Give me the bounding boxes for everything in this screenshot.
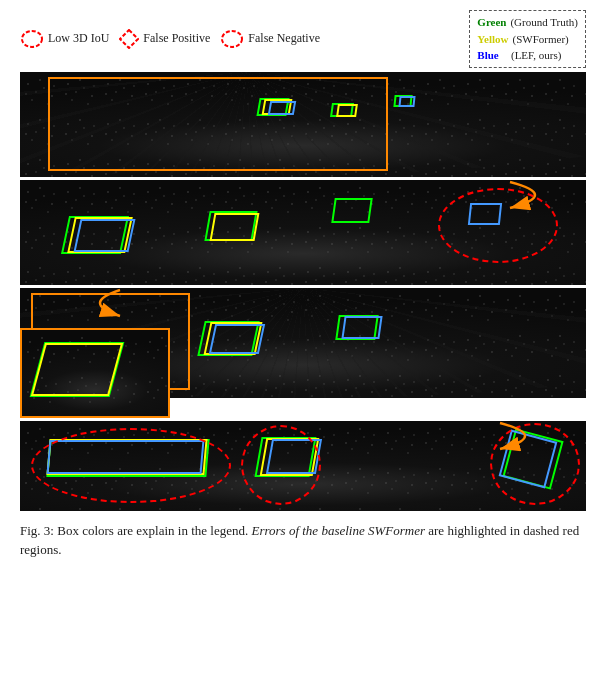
svg-point-0 xyxy=(22,31,42,47)
legend-false-positive-label: False Positive xyxy=(143,31,210,46)
top-panel-area xyxy=(20,72,586,177)
legend-green: Green (Ground Truth) xyxy=(477,14,578,31)
yellow-desc: (SWFormer) xyxy=(513,31,569,48)
arrow-1 xyxy=(20,180,586,210)
blue-label: Blue xyxy=(477,47,507,64)
legend-row: Low 3D IoU False Positive False Negative… xyxy=(20,10,586,68)
legend-low-iou: Low 3D IoU xyxy=(20,29,109,49)
yellow-label: Yellow xyxy=(477,31,508,48)
svg-point-2 xyxy=(222,31,242,47)
legend-icons: Low 3D IoU False Positive False Negative xyxy=(20,29,320,49)
legend-blue: Blue (LEF, ours) xyxy=(477,47,578,64)
lidar-scene-3-inset xyxy=(22,330,168,416)
bbox-b4 xyxy=(73,219,135,252)
color-legend-box: Green (Ground Truth) Yellow (SWFormer) B… xyxy=(469,10,586,68)
figure-caption: Fig. 3: Box colors are explain in the le… xyxy=(20,521,586,560)
bbox-b7 xyxy=(209,324,265,354)
inset-panel-third xyxy=(20,328,170,418)
false-negative-icon xyxy=(220,29,244,49)
bbox-y5 xyxy=(210,213,260,241)
legend-low-iou-label: Low 3D IoU xyxy=(48,31,109,46)
bbox-y9 xyxy=(31,343,123,396)
caption-text-italic: Errors of the baseline SWFormer xyxy=(251,523,425,538)
green-desc: (Ground Truth) xyxy=(510,14,578,31)
arrow-3 xyxy=(20,421,586,451)
arrow-2 xyxy=(20,288,586,318)
caption-label: Fig. 3: xyxy=(20,523,54,538)
blue-desc: (LEF, ours) xyxy=(511,47,561,64)
figure-container: Low 3D IoU False Positive False Negative… xyxy=(20,10,586,560)
false-positive-icon xyxy=(119,29,139,49)
bbox-b8 xyxy=(341,316,382,339)
bbox-b3 xyxy=(399,96,416,107)
zoom-region-top xyxy=(48,77,388,172)
top-panel xyxy=(20,72,586,177)
lidar-scene-1 xyxy=(20,72,586,177)
green-label: Green xyxy=(477,14,506,31)
legend-yellow: Yellow (SWFormer) xyxy=(477,31,578,48)
legend-false-positive: False Positive xyxy=(119,29,210,49)
caption-text-normal: Box colors are explain in the legend. xyxy=(54,523,251,538)
legend-false-negative-label: False Negative xyxy=(248,31,320,46)
low-iou-icon xyxy=(20,29,44,49)
legend-false-negative: False Negative xyxy=(220,29,320,49)
panels-container xyxy=(20,72,586,511)
svg-marker-1 xyxy=(120,30,138,48)
